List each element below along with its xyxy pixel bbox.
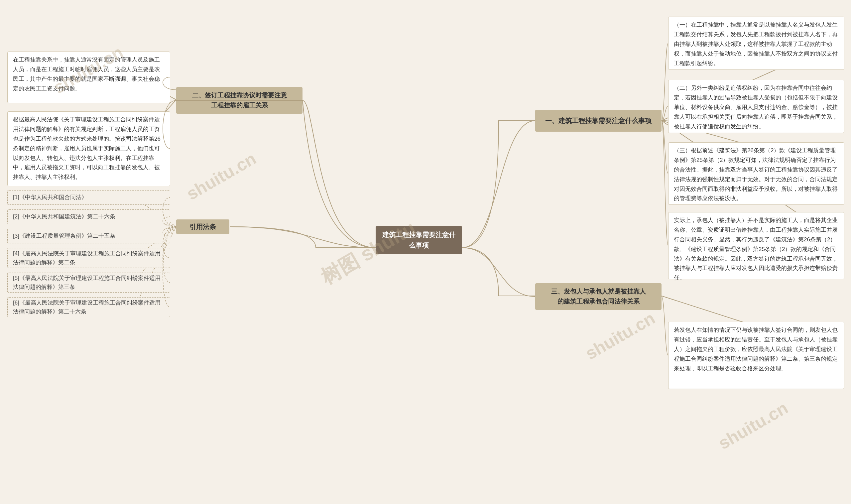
right-content-3: （三）根据前述《建筑法》第26条第（2）款《建设工程质量管理条例》第25条第（2… — [668, 142, 844, 205]
law-3-text: [3]《建设工程质量管理条例》第二十五条 — [13, 231, 115, 240]
canvas: shuitu.cn shuitu.cn 树图 shuitu shuitu.cn … — [0, 0, 851, 504]
right-content-1: （一）在工程挂靠中，挂靠人通常是以被挂靠人名义与发包人发生工程款交付结算关系，发… — [668, 17, 844, 70]
right-bottom-header-text: 三、发包人与承包人就是被挂靠人的建筑工程承包合同法律关系 — [551, 287, 646, 307]
left-top-header: 二、签订工程挂靠协议时需要注意工程挂靠的雇工关系 — [176, 87, 303, 114]
right-content-4: 实际上，承包人（被挂靠人）并不是实际的施工人，而是将其企业名称、公章、资质证明出… — [668, 212, 844, 279]
central-node: 建筑工程挂靠需要注意什 么事项 — [376, 226, 462, 254]
law-6-text: [6]《最高人民法院关于审理建设工程施工合同纠纷案件适用法律问题的解释》第二十六… — [13, 298, 165, 316]
law-5-text: [5]《最高人民法院关于审理建设工程施工合同纠纷案件适用法律问题的解释》第三条 — [13, 274, 165, 291]
left-content-1-text: 在工程挂靠关系中，挂靠人通常没有固定的管理人员及施工人员，而是在工程施工时临时雇… — [13, 56, 160, 92]
watermark-5: shuitu.cn — [715, 398, 791, 453]
law-2: [2]《中华人民共和国建筑法》第二十六条 — [7, 210, 170, 224]
right-top-header-text: 一、建筑工程挂靠需要注意什么事项 — [545, 115, 652, 126]
left-content-2-text: 根据最高人民法院《关于审理建设工程施工合同纠纷案件适用法律问题的解释》的有关规定… — [13, 116, 161, 180]
right-bottom-content-1: 若发包人在知情的情况下仍与该被挂靠人签订合同的，则发包人也有过错，应当承担相应的… — [668, 322, 844, 389]
central-node-text: 建筑工程挂靠需要注意什 么事项 — [382, 231, 455, 249]
law-1-text: [1]《中华人民共和国合同法》 — [13, 193, 87, 202]
right-content-3-text: （三）根据前述《建筑法》第26条第（2）款《建设工程质量管理条例》第25条第（2… — [674, 147, 838, 201]
right-bottom-content-1-text: 若发包人在知情的情况下仍与该被挂靠人签订合同的，则发包人也有过错，应当承担相应的… — [674, 327, 838, 372]
law-4: [4]《最高人民法院关于审理建设工程施工合同纠纷案件适用法律问题的解释》第二条 — [7, 248, 170, 268]
watermark-2: shuitu.cn — [183, 148, 259, 204]
law-header: 引用法条 — [176, 219, 229, 234]
law-2-text: [2]《中华人民共和国建筑法》第二十六条 — [13, 212, 115, 221]
law-4-text: [4]《最高人民法院关于审理建设工程施工合同纠纷案件适用法律问题的解释》第二条 — [13, 249, 165, 267]
right-content-1-text: （一）在工程挂靠中，挂靠人通常是以被挂靠人名义与发包人发生工程款交付结算关系，发… — [674, 22, 838, 67]
right-content-2-text: （二）另外一类纠纷是追偿权纠纷，因为在挂靠合同中往往会约定，若因挂靠人的过错导致… — [674, 85, 838, 130]
right-content-2: （二）另外一类纠纷是追偿权纠纷，因为在挂靠合同中往往会约定，若因挂靠人的过错导致… — [668, 80, 844, 133]
left-content-1: 在工程挂靠关系中，挂靠人通常没有固定的管理人员及施工人员，而是在工程施工时临时雇… — [7, 52, 170, 103]
law-3: [3]《建设工程质量管理条例》第二十五条 — [7, 229, 170, 244]
law-1: [1]《中华人民共和国合同法》 — [7, 190, 170, 205]
law-header-text: 引用法条 — [189, 221, 216, 232]
right-bottom-header: 三、发包人与承包人就是被挂靠人的建筑工程承包合同法律关系 — [535, 283, 662, 310]
right-top-header: 一、建筑工程挂靠需要注意什么事项 — [535, 110, 662, 132]
left-top-header-text: 二、签订工程挂靠协议时需要注意工程挂靠的雇工关系 — [192, 90, 287, 111]
left-content-2: 根据最高人民法院《关于审理建设工程施工合同纠纷案件适用法律问题的解释》的有关规定… — [7, 111, 170, 186]
law-6: [6]《最高人民法院关于审理建设工程施工合同纠纷案件适用法律问题的解释》第二十六… — [7, 297, 170, 317]
watermark-4: shuitu.cn — [582, 308, 658, 364]
law-5: [5]《最高人民法院关于审理建设工程施工合同纠纷案件适用法律问题的解释》第三条 — [7, 273, 170, 292]
right-content-4-text: 实际上，承包人（被挂靠人）并不是实际的施工人，而是将其企业名称、公章、资质证明出… — [674, 217, 838, 281]
